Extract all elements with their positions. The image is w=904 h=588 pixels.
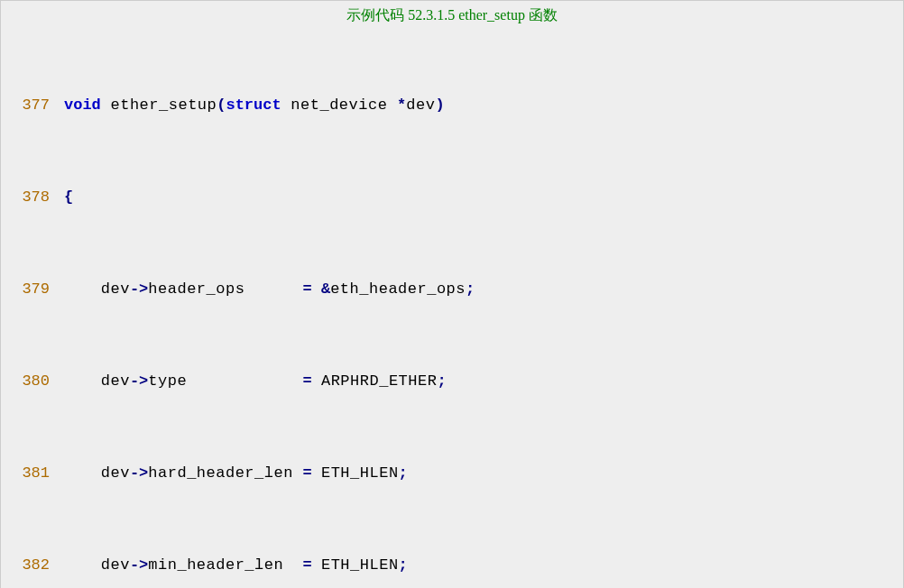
indent [64, 556, 101, 574]
field: min_header_len [148, 556, 302, 574]
semicolon: ; [437, 372, 446, 390]
amp-op: & [321, 280, 330, 298]
line-number: 382 [6, 550, 50, 581]
arg-name: dev [406, 96, 435, 114]
arrow-op: -> [130, 556, 148, 574]
keyword-struct: struct [226, 96, 281, 114]
assign-op: = [303, 464, 312, 482]
paren-open: ( [217, 96, 226, 114]
type-name: net_device [281, 96, 397, 114]
function-name: ether_setup [101, 96, 217, 114]
code-line: 381 dev->hard_header_len = ETH_HLEN; [6, 458, 898, 489]
code-sample-container: 示例代码 52.3.1.5 ether_setup 函数 377void eth… [0, 0, 904, 588]
object: dev [101, 372, 130, 390]
keyword-void: void [64, 96, 101, 114]
space [312, 556, 321, 574]
semicolon: ; [399, 464, 408, 482]
space [312, 464, 321, 482]
line-number: 381 [6, 458, 50, 489]
field: header_ops [148, 280, 302, 298]
indent [64, 372, 101, 390]
space [312, 280, 321, 298]
line-number: 380 [6, 366, 50, 397]
value: ETH_HLEN [321, 464, 399, 482]
indent [64, 280, 101, 298]
arrow-op: -> [130, 464, 148, 482]
arrow-op: -> [130, 280, 148, 298]
value: ETH_HLEN [321, 556, 399, 574]
code-line: 380 dev->type = ARPHRD_ETHER; [6, 366, 898, 397]
line-number: 378 [6, 182, 50, 213]
space [312, 372, 321, 390]
object: dev [101, 280, 130, 298]
object: dev [101, 464, 130, 482]
field: type [148, 372, 302, 390]
assign-op: = [303, 280, 312, 298]
assign-op: = [303, 372, 312, 390]
code-line: 378{ [6, 182, 898, 213]
value: eth_header_ops [330, 280, 466, 298]
code-line: 377void ether_setup(struct net_device *d… [6, 90, 898, 121]
value: ARPHRD_ETHER [321, 372, 437, 390]
paren-close: ) [435, 96, 444, 114]
brace-open: { [64, 188, 73, 206]
star-op: * [397, 96, 406, 114]
assign-op: = [303, 556, 312, 574]
line-number: 377 [6, 90, 50, 121]
field: hard_header_len [148, 464, 302, 482]
code-title: 示例代码 52.3.1.5 ether_setup 函数 [1, 6, 903, 25]
semicolon: ; [466, 280, 475, 298]
line-number: 379 [6, 274, 50, 305]
code-block: 377void ether_setup(struct net_device *d… [1, 29, 903, 588]
code-line: 379 dev->header_ops = &eth_header_ops; [6, 274, 898, 305]
object: dev [101, 556, 130, 574]
code-line: 382 dev->min_header_len = ETH_HLEN; [6, 550, 898, 581]
arrow-op: -> [130, 372, 148, 390]
semicolon: ; [399, 556, 408, 574]
indent [64, 464, 101, 482]
